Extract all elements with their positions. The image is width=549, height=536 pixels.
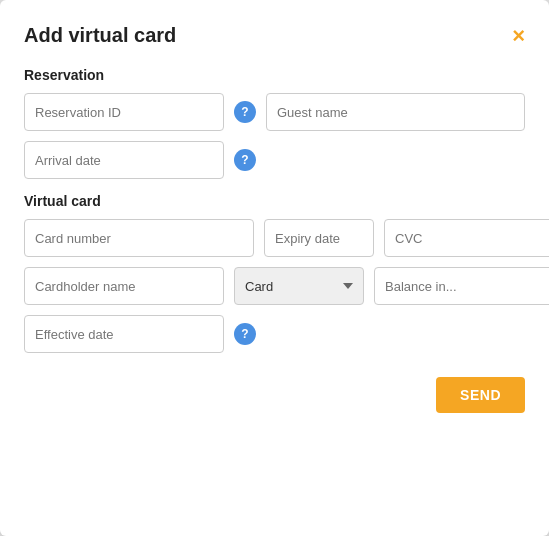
card-number-input[interactable] bbox=[24, 219, 254, 257]
balance-input[interactable] bbox=[374, 267, 549, 305]
expiry-date-input[interactable] bbox=[264, 219, 374, 257]
modal-footer: SEND bbox=[24, 377, 525, 413]
reservation-section-label: Reservation bbox=[24, 67, 525, 83]
modal-header: Add virtual card × bbox=[24, 24, 525, 47]
guest-name-input[interactable] bbox=[266, 93, 525, 131]
virtual-card-row-2: Card Visa Mastercard Amex bbox=[24, 267, 525, 305]
send-button[interactable]: SEND bbox=[436, 377, 525, 413]
virtual-card-section-label: Virtual card bbox=[24, 193, 525, 209]
effective-date-help-icon[interactable]: ? bbox=[234, 323, 256, 345]
section-divider: Virtual card bbox=[24, 193, 525, 209]
reservation-id-help-icon[interactable]: ? bbox=[234, 101, 256, 123]
virtual-card-row-3: ? bbox=[24, 315, 525, 353]
card-type-select[interactable]: Card Visa Mastercard Amex bbox=[234, 267, 364, 305]
close-button[interactable]: × bbox=[512, 25, 525, 47]
reservation-row-1: ? bbox=[24, 93, 525, 131]
reservation-id-input[interactable] bbox=[24, 93, 224, 131]
arrival-date-help-icon[interactable]: ? bbox=[234, 149, 256, 171]
modal-title: Add virtual card bbox=[24, 24, 176, 47]
cvc-input[interactable] bbox=[384, 219, 549, 257]
virtual-card-row-1 bbox=[24, 219, 525, 257]
cardholder-name-input[interactable] bbox=[24, 267, 224, 305]
modal-overlay: Add virtual card × Reservation ? ? Virtu… bbox=[0, 0, 549, 536]
effective-date-input[interactable] bbox=[24, 315, 224, 353]
reservation-row-2: ? bbox=[24, 141, 525, 179]
modal-container: Add virtual card × Reservation ? ? Virtu… bbox=[0, 0, 549, 536]
arrival-date-input[interactable] bbox=[24, 141, 224, 179]
